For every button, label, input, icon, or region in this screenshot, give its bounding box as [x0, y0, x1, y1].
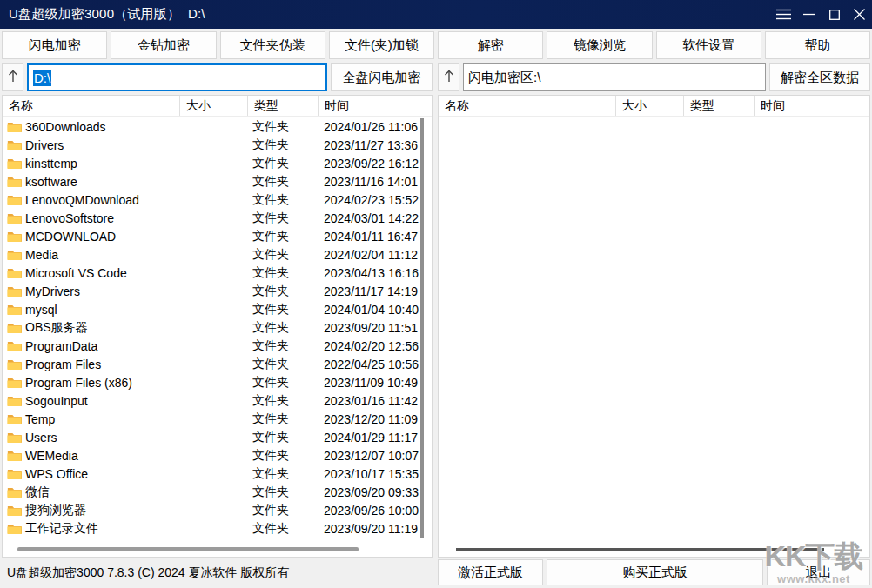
left-horizontal-scrollbar[interactable] — [3, 543, 431, 556]
file-row[interactable]: MyDrivers 文件夹 2023/11/17 14:19 — [3, 282, 431, 300]
file-row[interactable]: Users 文件夹 2024/01/29 11:17 — [3, 428, 431, 446]
file-type: 文件夹 — [248, 119, 319, 135]
left-list-header: 名称 大小 类型 时间 — [3, 96, 432, 117]
file-name: Microsoft VS Code — [25, 266, 127, 280]
menu-button[interactable] — [771, 0, 796, 29]
column-header-size[interactable]: 大小 — [180, 96, 248, 116]
column-header-size[interactable]: 大小 — [616, 96, 684, 116]
folder-icon — [7, 194, 22, 206]
scrollbar-thumb[interactable] — [420, 118, 424, 538]
file-row[interactable]: 360Downloads 文件夹 2024/01/26 11:06 — [3, 117, 431, 136]
column-header-name[interactable]: 名称 — [3, 96, 180, 116]
file-name: WPS Office — [25, 467, 88, 481]
folder-icon — [7, 340, 22, 352]
minimize-icon — [803, 9, 815, 20]
file-row[interactable]: Program Files (x86) 文件夹 2023/11/09 10:49 — [3, 373, 431, 391]
file-row[interactable]: 微信 文件夹 2023/09/20 09:33 — [3, 483, 431, 501]
column-header-time[interactable]: 时间 — [755, 96, 869, 116]
buy-button[interactable]: 购买正式版 — [547, 559, 763, 585]
right-path-value: 闪电加密区:\ — [468, 70, 540, 86]
folder-icon — [7, 523, 22, 535]
folder-icon — [7, 212, 22, 224]
folder-icon — [7, 486, 22, 498]
file-type: 文件夹 — [248, 137, 319, 153]
file-time: 2024/01/26 11:06 — [319, 120, 431, 134]
file-name: MCDOWNLOAD — [25, 230, 116, 244]
window-title: U盘超级加密3000（试用版） D:\ — [0, 6, 205, 23]
right-list-header: 名称 大小 类型 时间 — [439, 96, 869, 117]
file-row[interactable]: Temp 文件夹 2023/12/20 11:09 — [3, 410, 431, 428]
file-row[interactable]: Program Files 文件夹 2022/04/25 10:56 — [3, 355, 431, 373]
scrollbar-thumb[interactable] — [456, 548, 824, 551]
mirror-browse-button[interactable]: 镜像浏览 — [547, 31, 652, 59]
left-up-button[interactable] — [2, 63, 23, 91]
file-row[interactable]: OBS服务器 文件夹 2023/09/20 11:51 — [3, 318, 431, 337]
file-type: 文件夹 — [248, 174, 319, 190]
toolbar: 闪电加密 金钻加密 文件夹伪装 文件(夹)加锁 解密 镜像浏览 软件设置 帮助 — [0, 29, 872, 62]
activate-button[interactable]: 激活正式版 — [438, 559, 543, 585]
encrypted-zone-panel: 名称 大小 类型 时间 — [438, 95, 870, 558]
file-row[interactable]: ksoftware 文件夹 2023/11/16 14:01 — [3, 172, 431, 190]
file-row[interactable]: Media 文件夹 2024/02/04 11:12 — [3, 245, 431, 264]
right-path-group: 闪电加密区:\ 解密全区数据 — [438, 63, 870, 91]
scrollbar-thumb[interactable] — [17, 547, 359, 551]
column-header-type[interactable]: 类型 — [248, 96, 319, 116]
exit-button[interactable]: 退出 — [767, 559, 870, 585]
folder-icon — [7, 431, 22, 444]
left-file-list: 360Downloads 文件夹 2024/01/26 11:06 Driver… — [3, 117, 431, 543]
file-name-cell: LenovoSoftstore — [3, 211, 180, 225]
file-row[interactable]: LenovoQMDownload 文件夹 2024/02/23 15:52 — [3, 190, 431, 209]
left-path-value: D:\ — [33, 70, 51, 86]
file-name: Program Files — [25, 357, 101, 371]
help-button[interactable]: 帮助 — [765, 31, 870, 59]
file-row[interactable]: 搜狗浏览器 文件夹 2023/09/26 10:00 — [3, 501, 431, 519]
folder-icon — [7, 285, 22, 297]
close-button[interactable] — [847, 0, 872, 29]
file-type: 文件夹 — [248, 302, 319, 317]
file-row[interactable]: kinsttemp 文件夹 2023/09/22 16:12 — [3, 154, 431, 172]
file-row[interactable]: 工作记录文件 文件夹 2023/09/20 11:19 — [3, 519, 431, 538]
settings-button[interactable]: 软件设置 — [656, 31, 761, 59]
decrypt-all-button[interactable]: 解密全区数据 — [769, 63, 870, 91]
file-time: 2023/12/20 11:09 — [319, 412, 431, 426]
file-row[interactable]: WEMedia 文件夹 2023/12/07 10:07 — [3, 446, 431, 464]
file-row[interactable]: ProgramData 文件夹 2024/02/20 12:56 — [3, 337, 431, 355]
right-horizontal-scrollbar[interactable] — [439, 543, 869, 556]
file-name-cell: SogouInput — [3, 394, 180, 408]
maximize-button[interactable] — [822, 0, 847, 29]
file-type: 文件夹 — [248, 466, 319, 482]
file-lock-button[interactable]: 文件(夹)加锁 — [329, 31, 434, 59]
file-row[interactable]: Drivers 文件夹 2023/11/27 13:36 — [3, 136, 431, 154]
file-row[interactable]: SogouInput 文件夹 2023/01/16 11:42 — [3, 391, 431, 410]
folder-disguise-button[interactable]: 文件夹伪装 — [220, 31, 325, 59]
file-row[interactable]: Microsoft VS Code 文件夹 2023/04/13 16:16 — [3, 264, 431, 282]
left-vertical-scrollbar[interactable] — [419, 117, 426, 541]
file-row[interactable]: mysql 文件夹 2024/01/04 10:40 — [3, 300, 431, 318]
file-name: Temp — [25, 412, 55, 426]
right-path-input[interactable]: 闪电加密区:\ — [463, 63, 766, 91]
column-header-name[interactable]: 名称 — [439, 96, 616, 116]
left-path-input[interactable]: D:\ — [27, 63, 327, 91]
file-name: kinsttemp — [25, 157, 77, 170]
file-type: 文件夹 — [248, 284, 319, 299]
file-row[interactable]: LenovoSoftstore 文件夹 2024/03/01 14:22 — [3, 209, 431, 227]
file-type: 文件夹 — [248, 375, 319, 391]
left-path-group: D:\ 全盘闪电加密 — [2, 63, 433, 91]
folder-icon — [7, 504, 22, 517]
right-up-button[interactable] — [438, 63, 459, 91]
decrypt-button[interactable]: 解密 — [438, 31, 543, 59]
gold-encrypt-button[interactable]: 金钻加密 — [111, 31, 216, 59]
file-name-cell: WPS Office — [3, 467, 180, 481]
file-row[interactable]: WPS Office 文件夹 2023/10/17 15:35 — [3, 464, 431, 483]
minimize-button[interactable] — [796, 0, 822, 29]
hamburger-icon — [776, 9, 791, 20]
folder-icon — [7, 468, 22, 480]
encrypt-all-button[interactable]: 全盘闪电加密 — [331, 63, 433, 91]
column-header-type[interactable]: 类型 — [684, 96, 755, 116]
column-header-time[interactable]: 时间 — [319, 96, 432, 116]
file-row[interactable]: MCDOWNLOAD 文件夹 2024/01/11 16:47 — [3, 227, 431, 245]
file-time: 2023/10/17 15:35 — [319, 467, 431, 481]
file-time: 2024/01/04 10:40 — [319, 303, 431, 317]
folder-icon — [7, 304, 22, 316]
flash-encrypt-button[interactable]: 闪电加密 — [2, 31, 107, 59]
